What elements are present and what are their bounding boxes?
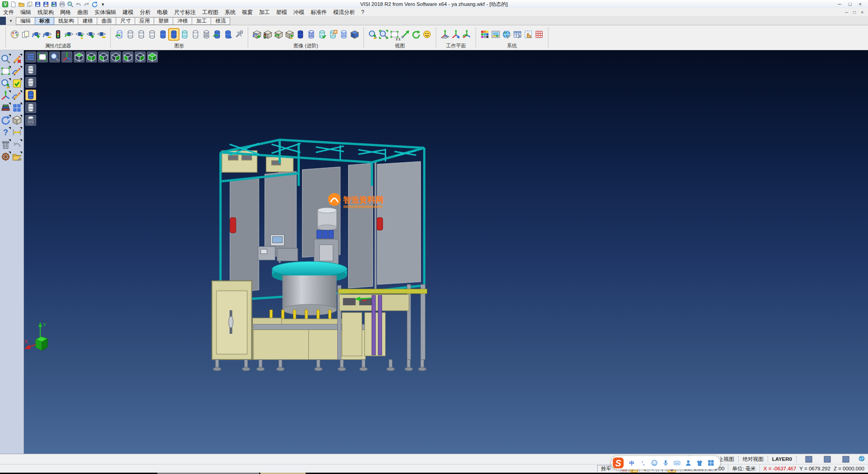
- tab-建模[interactable]: 建模: [78, 17, 97, 25]
- hide-selected-icon[interactable]: [97, 29, 106, 40]
- menu-电极[interactable]: 电极: [154, 9, 171, 15]
- import-file-icon[interactable]: [26, 1, 33, 8]
- flat-mode-icon[interactable]: [25, 102, 36, 113]
- sketch-curve-icon[interactable]: [12, 66, 22, 76]
- display-settings-icon[interactable]: [234, 29, 244, 40]
- layer-color-chip-3[interactable]: [838, 456, 854, 463]
- zoom-window-icon[interactable]: [379, 29, 388, 40]
- units-indicator[interactable]: 单位: 毫米: [728, 465, 759, 473]
- regen-solid-icon[interactable]: [212, 29, 222, 40]
- navigate-wheel-icon[interactable]: [0, 152, 11, 162]
- view-mode-indicator[interactable]: 绝对视图: [743, 456, 764, 463]
- tab-编辑[interactable]: 编辑: [16, 17, 35, 25]
- delete-icon[interactable]: [0, 139, 11, 150]
- menu-冲模[interactable]: 冲模: [290, 9, 307, 15]
- new-file-icon[interactable]: [10, 1, 17, 8]
- invert-visibility-icon[interactable]: [75, 29, 85, 40]
- zoom-window-tool-icon[interactable]: [0, 66, 11, 76]
- tab-塑膜[interactable]: 塑膜: [154, 17, 173, 25]
- menu-分析[interactable]: 分析: [137, 9, 154, 15]
- save-as-icon[interactable]: [42, 1, 49, 8]
- wire-mode-icon[interactable]: [25, 115, 36, 126]
- menu-线架构[interactable]: 线架构: [34, 9, 57, 15]
- menu-编辑[interactable]: 编辑: [17, 9, 34, 15]
- workplane-axis-icon[interactable]: [0, 90, 11, 101]
- tab-应用[interactable]: 应用: [135, 17, 154, 25]
- regenerate-icon[interactable]: [0, 115, 11, 125]
- menu-系统[interactable]: 系统: [222, 9, 239, 15]
- zoom-in-out-icon[interactable]: [368, 29, 377, 40]
- redo-icon[interactable]: [83, 1, 90, 8]
- visibility-filter-icon[interactable]: [53, 29, 63, 40]
- view-bottom-icon[interactable]: [86, 52, 97, 62]
- soft-keyboard-icon[interactable]: [673, 459, 681, 467]
- hide-entities-icon[interactable]: [42, 29, 52, 40]
- zoom-solid-icon[interactable]: [0, 78, 11, 89]
- tab-冲模[interactable]: 冲模: [173, 17, 192, 25]
- hidden-line-mode-icon[interactable]: [25, 77, 36, 88]
- print-icon[interactable]: [59, 1, 66, 8]
- sogou-input-bar[interactable]: S中’,: [611, 456, 720, 469]
- menu-视窗[interactable]: 视窗: [239, 9, 256, 15]
- workplane-move-icon[interactable]: [451, 29, 461, 40]
- voice-input-icon[interactable]: [662, 459, 670, 467]
- scene-add-wireframe-icon[interactable]: [252, 29, 262, 40]
- validate-display-icon[interactable]: [317, 29, 327, 40]
- maximize-button[interactable]: □: [849, 1, 852, 7]
- minimize-button[interactable]: ─: [838, 1, 841, 7]
- confirm-icon[interactable]: [12, 78, 22, 89]
- menu-建模[interactable]: 建模: [119, 9, 137, 15]
- solid-box-icon[interactable]: [12, 115, 22, 125]
- hatched-view-icon[interactable]: [202, 29, 211, 40]
- dashed-hidden-view-icon[interactable]: [147, 29, 157, 40]
- options-table-icon[interactable]: [513, 29, 522, 40]
- selection-options-icon[interactable]: [524, 29, 533, 40]
- skin-shirt-icon[interactable]: [696, 459, 703, 467]
- shaded-mode-icon[interactable]: [25, 90, 36, 100]
- view-iso-icon[interactable]: [147, 52, 158, 62]
- undo-icon[interactable]: [75, 1, 82, 8]
- tab-线架构[interactable]: 线架构: [54, 17, 79, 25]
- transparent-view-icon[interactable]: [180, 29, 189, 40]
- zoom-extents-icon[interactable]: [37, 52, 48, 62]
- render-cube-icon[interactable]: [350, 29, 359, 40]
- child-close-button[interactable]: ×: [861, 10, 863, 15]
- menu-尺寸标注[interactable]: 尺寸标注: [171, 9, 199, 15]
- workplane-create-icon[interactable]: [440, 29, 450, 40]
- menu-模流分析[interactable]: 模流分析: [330, 9, 358, 15]
- punctuation-icon[interactable]: ’,: [639, 459, 647, 467]
- menu-加工[interactable]: 加工: [256, 9, 273, 15]
- zoom-dynamic-icon[interactable]: [49, 52, 60, 62]
- grid-view-icon[interactable]: [12, 103, 22, 113]
- viewport-3d[interactable]: 智造资料网 Y X: [24, 50, 868, 454]
- layer-color-chip-1[interactable]: [801, 456, 817, 463]
- macro-icon[interactable]: [91, 1, 98, 8]
- solid-display-icon[interactable]: [296, 29, 305, 40]
- layer-indicator[interactable]: LAYER0: [772, 456, 792, 462]
- color-table-icon[interactable]: [480, 29, 490, 40]
- tolerance-grid-icon[interactable]: [534, 29, 544, 40]
- tab-加工[interactable]: 加工: [192, 17, 211, 25]
- system-settings-icon[interactable]: [502, 29, 511, 40]
- menu-标准件[interactable]: 标准件: [307, 9, 330, 15]
- refresh-shading-icon[interactable]: [115, 29, 124, 40]
- save-all-icon[interactable]: [51, 1, 57, 8]
- tab-标准[interactable]: 标准: [35, 17, 54, 25]
- tab-模流[interactable]: 模流: [211, 17, 230, 25]
- menu-塑模[interactable]: 塑模: [273, 9, 290, 15]
- show-entities-icon[interactable]: [32, 29, 41, 40]
- child-restore-button[interactable]: □: [853, 10, 856, 15]
- menu-工程图[interactable]: 工程图: [199, 9, 222, 15]
- view-top-icon[interactable]: [74, 52, 85, 62]
- display-image-settings-icon[interactable]: [491, 29, 500, 40]
- menu-曲面[interactable]: 曲面: [74, 9, 91, 15]
- zoom-select-icon[interactable]: [0, 54, 11, 64]
- child-minimize-button[interactable]: ─: [845, 10, 848, 15]
- menu-?[interactable]: ?: [358, 9, 368, 15]
- scene-invert-icon[interactable]: [285, 29, 294, 40]
- style-library-icon[interactable]: [0, 103, 11, 113]
- view-preview-icon[interactable]: [422, 29, 432, 40]
- save-icon[interactable]: [34, 1, 41, 8]
- scene-filter-icon[interactable]: [263, 29, 273, 40]
- shaded-view-icon[interactable]: [158, 29, 168, 40]
